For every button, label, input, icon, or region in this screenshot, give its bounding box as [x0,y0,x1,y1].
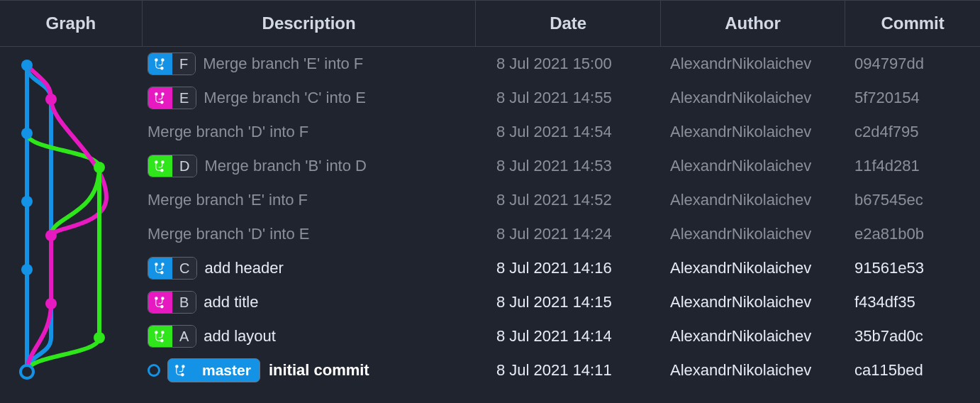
commit-hash[interactable]: e2a81b0b [844,217,979,251]
commit-author: AlexandrNikolaichev [659,81,844,115]
commit-graph-svg [14,53,135,393]
commit-date: 8 Jul 2021 14:55 [475,81,659,115]
commit-author: AlexandrNikolaichev [659,217,844,251]
col-header-description[interactable]: Description [142,1,476,47]
branch-icon [148,326,172,347]
commit-hash[interactable]: 5f720154 [844,81,979,115]
branch-badge[interactable]: C [147,257,197,280]
branch-icon [148,155,172,177]
commit-hash[interactable]: ca115bed [844,353,979,387]
commit-date: 8 Jul 2021 15:00 [475,47,659,81]
branch-label: B [172,292,196,313]
commit-message: add title [204,293,258,311]
branch-icon [168,359,194,382]
branch-badge-master[interactable]: master [167,358,260,382]
commit-date: 8 Jul 2021 14:52 [475,183,659,217]
svg-point-8 [94,332,105,343]
branch-label: E [172,87,196,109]
commit-date: 8 Jul 2021 14:14 [475,319,659,353]
commit-message: Merge branch 'C' into E [204,89,366,107]
commit-author: AlexandrNikolaichev [659,353,844,387]
commit-hash[interactable]: 35b7ad0c [844,319,979,353]
commit-date: 8 Jul 2021 14:11 [475,353,659,387]
commit-message: add layout [204,327,276,346]
branch-icon [148,258,172,279]
commit-hash[interactable]: b67545ec [844,183,979,217]
commit-author: AlexandrNikolaichev [659,319,844,353]
commit-message: initial commit [269,361,369,380]
branch-label: F [172,53,195,74]
commit-hash[interactable]: f434df35 [844,285,979,319]
commit-date: 8 Jul 2021 14:24 [475,217,659,251]
svg-point-3 [94,162,105,173]
commit-hash[interactable]: 11f4d281 [844,149,979,183]
branch-label: D [172,155,196,177]
commit-message: add header [204,259,283,277]
commit-message: Merge branch 'D' into E [147,225,310,243]
col-header-graph[interactable]: Graph [0,1,142,47]
svg-point-9 [21,365,33,378]
commit-date: 8 Jul 2021 14:16 [475,251,659,285]
commit-message: Merge branch 'B' into D [204,157,367,175]
commit-hash[interactable]: c2d4f795 [844,115,979,149]
col-header-author[interactable]: Author [660,1,845,47]
commit-row[interactable]: E Merge branch 'C' into E [142,81,475,115]
commit-author: AlexandrNikolaichev [659,149,844,183]
commit-date: 8 Jul 2021 14:54 [475,115,659,149]
commit-author: AlexandrNikolaichev [659,285,844,319]
commit-row[interactable]: Merge branch 'D' into F [142,115,475,149]
svg-point-6 [21,264,33,275]
commit-author: AlexandrNikolaichev [659,251,844,285]
col-header-date[interactable]: Date [476,1,660,47]
commit-message: Merge branch 'D' into F [147,123,308,141]
commit-row[interactable]: Merge branch 'E' into F [142,183,475,217]
commit-table-body: F Merge branch 'E' into F 8 Jul 2021 15:… [0,47,980,387]
commit-hash[interactable]: 91561e53 [844,251,979,285]
commit-message: Merge branch 'E' into F [147,191,308,209]
commit-row[interactable]: master initial commit [142,353,475,387]
commit-message: Merge branch 'E' into F [203,55,363,73]
svg-point-1 [45,94,57,105]
branch-label: C [172,258,196,279]
svg-point-2 [21,128,33,139]
commit-date: 8 Jul 2021 14:15 [475,285,659,319]
svg-point-5 [45,230,57,241]
commit-hash[interactable]: 094797dd [844,47,979,81]
branch-badge[interactable]: E [147,87,196,109]
commit-author: AlexandrNikolaichev [659,47,844,81]
commit-date: 8 Jul 2021 14:53 [475,149,659,183]
svg-point-4 [21,196,33,207]
commit-row[interactable]: Merge branch 'D' into E [142,217,475,251]
svg-point-7 [45,298,57,309]
branch-badge[interactable]: F [147,53,196,75]
branch-label: master [194,362,260,379]
commit-author: AlexandrNikolaichev [659,115,844,149]
branch-badge[interactable]: A [147,325,196,348]
commit-row[interactable]: D Merge branch 'B' into D [142,149,475,183]
commit-row[interactable]: A add layout [142,319,475,353]
branch-icon [148,292,172,313]
col-header-commit[interactable]: Commit [845,1,980,47]
branch-label: A [172,326,196,347]
branch-badge[interactable]: B [147,291,196,314]
commit-row[interactable]: C add header [142,251,475,285]
commit-row[interactable]: B add title [142,285,475,319]
branch-icon [148,87,172,109]
branch-icon [148,53,172,74]
commit-row[interactable]: F Merge branch 'E' into F [142,47,475,81]
svg-point-0 [21,60,33,71]
branch-badge[interactable]: D [147,155,197,177]
head-ring-icon [147,364,160,377]
commit-author: AlexandrNikolaichev [659,183,844,217]
graph-column [0,47,142,387]
commit-table-header: Graph Description Date Author Commit [0,0,980,47]
